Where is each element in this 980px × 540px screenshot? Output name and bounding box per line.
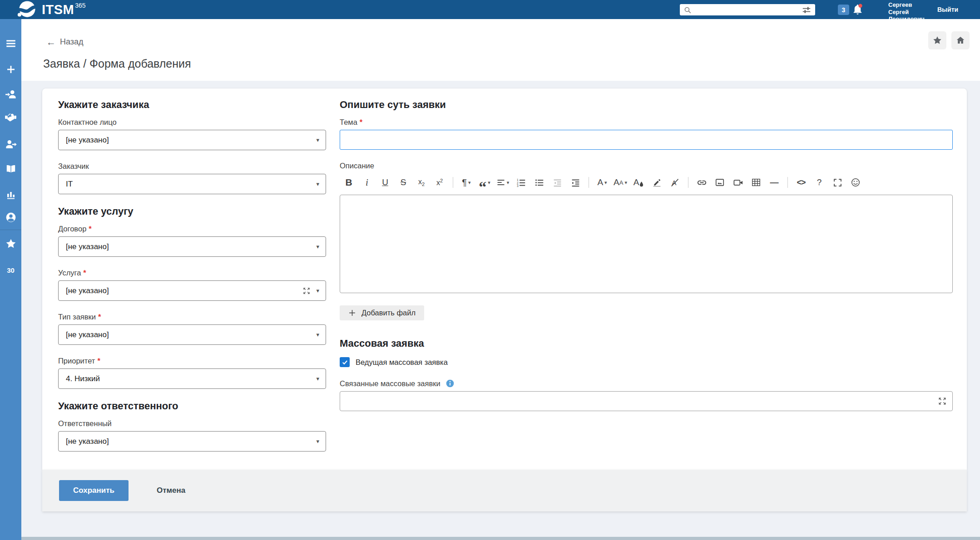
sidebar-item-incoming[interactable] [0, 88, 21, 101]
filter-sliders-icon[interactable] [802, 5, 812, 15]
contact-person-select[interactable]: [не указано]▾ [58, 130, 326, 150]
expand-icon[interactable] [938, 397, 947, 406]
toolbar-superscript-button[interactable]: x2 [431, 175, 449, 190]
toolbar-indent-button[interactable] [566, 175, 584, 190]
save-button[interactable]: Сохранить [59, 480, 129, 501]
required-asterisk: * [89, 225, 91, 233]
toolbar-outdent-button[interactable] [548, 175, 566, 190]
toolbar-bold-button[interactable]: B [340, 175, 358, 190]
sidebar-item-menu[interactable] [0, 37, 21, 50]
toolbar-insert-image-button[interactable] [711, 175, 729, 190]
required-asterisk: * [360, 118, 362, 127]
logout-button[interactable]: Выйти [937, 6, 958, 13]
mass-checkbox-row: Ведущая массовая заявка [340, 357, 953, 367]
toolbar-italic-button[interactable]: i [358, 175, 376, 190]
toolbar-underline-button[interactable]: U [376, 175, 394, 190]
toolbar-fullscreen-button[interactable] [828, 175, 846, 190]
toolbar-unordered-list-button[interactable] [530, 175, 548, 190]
priority-select[interactable]: 4. Низкий▾ [58, 368, 326, 389]
customer-label: Заказчик [58, 162, 326, 171]
section-title: Укажите заказчика [58, 99, 326, 111]
request-type-select[interactable]: [не указано]▾ [58, 324, 326, 345]
highlight-icon [652, 178, 662, 187]
toolbar-font-size-button[interactable]: AA▾ [611, 175, 629, 190]
service-select[interactable]: [не указано]▾ [58, 280, 326, 301]
section-title: Укажите услугу [58, 206, 326, 217]
toolbar-paragraph-format-button[interactable]: ¶▾ [457, 175, 475, 190]
app-logo[interactable]: ITSM 365 [15, 0, 86, 19]
text-drop-icon: A [634, 177, 644, 187]
toolbar-code-view-button[interactable]: <> [792, 175, 810, 190]
cancel-button[interactable]: Отмена [157, 486, 185, 495]
toolbar-font-color-button[interactable]: A▾ [593, 175, 611, 190]
logo-sup: 365 [75, 2, 85, 9]
italic-icon: i [366, 177, 368, 188]
subject-input[interactable] [340, 130, 953, 150]
service-label: Услуга* [58, 269, 326, 277]
search-icon [683, 6, 692, 14]
info-icon[interactable] [445, 379, 455, 388]
mass-request-checkbox[interactable] [340, 357, 350, 367]
toolbar-ordered-list-button[interactable]: 123 [512, 175, 530, 190]
sidebar-item-account[interactable] [0, 211, 21, 224]
toolbar-divider [453, 177, 453, 188]
editor-toolbar: BiUSx2x2¶▾“▾▾123A▾AA▾AA—<>? [340, 173, 953, 191]
required-asterisk: * [97, 357, 100, 365]
notification-bell-button[interactable] [852, 3, 863, 15]
horizontal-scrollbar[interactable] [21, 537, 980, 540]
account-circle-icon [5, 211, 17, 223]
handshake-icon [5, 111, 17, 123]
insert-video-icon [733, 177, 743, 188]
sidebar-item-knowledge-base[interactable] [0, 163, 21, 176]
strikethrough-icon: S [401, 177, 406, 187]
mass-checkbox-label: Ведущая массовая заявка [356, 358, 448, 367]
toolbar-strikethrough-button[interactable]: S [394, 175, 412, 190]
sidebar-item-add[interactable] [0, 63, 21, 76]
plus-icon [5, 64, 16, 75]
chevron-down-icon: ▾ [316, 375, 319, 382]
notification-count-badge: 3 [838, 5, 849, 15]
clear-format-icon: A [670, 178, 680, 187]
toolbar-subscript-button[interactable]: x2 [412, 175, 431, 190]
toolbar-highlight-button[interactable] [648, 175, 666, 190]
toolbar-help-button[interactable]: ? [810, 175, 828, 190]
sidebar-nav: 30 [0, 19, 21, 540]
toolbar-insert-table-button[interactable] [747, 175, 765, 190]
favorite-page-button[interactable] [928, 31, 946, 49]
toolbar-horizontal-rule-button[interactable]: — [765, 175, 783, 190]
subject-label: Тема* [340, 118, 953, 127]
blockquote-icon: “▾ [479, 180, 490, 186]
toolbar-insert-video-button[interactable] [729, 175, 747, 190]
toolbar-text-drop-button[interactable]: A [629, 175, 648, 190]
contract-select[interactable]: [не указано]▾ [58, 236, 326, 257]
description-textarea[interactable] [340, 195, 953, 293]
linked-requests-label: Связанные массовые заявки [340, 379, 953, 388]
sidebar-item-reports[interactable] [0, 188, 21, 201]
toolbar-blockquote-button[interactable]: “▾ [475, 175, 494, 190]
sidebar-item-agreements[interactable] [0, 111, 21, 123]
expand-icon[interactable] [302, 287, 311, 295]
toolbar-align-button[interactable]: ▾ [494, 175, 512, 190]
customer-select[interactable]: IT▾ [58, 174, 326, 194]
toolbar-emoticons-button[interactable] [846, 175, 865, 190]
svg-text:3: 3 [516, 184, 518, 187]
person-arrow-out-icon [5, 138, 17, 150]
page-title: Заявка / Форма добавления [43, 57, 191, 70]
search-input[interactable] [694, 6, 799, 14]
toolbar-divider [589, 177, 589, 188]
add-file-button[interactable]: Добавить файл [340, 305, 424, 320]
assignee-select[interactable]: [не указано]▾ [58, 431, 326, 452]
contact-person-label: Контактное лицо [58, 118, 326, 127]
sidebar-item-outgoing[interactable] [0, 138, 21, 151]
sidebar-item-favorites[interactable] [0, 237, 21, 250]
back-button[interactable]: ← Назад [46, 37, 84, 47]
horizontal-rule-icon: — [770, 177, 779, 187]
toolbar-clear-format-button[interactable]: A [666, 175, 684, 190]
home-button[interactable] [951, 31, 970, 49]
linked-requests-input[interactable] [346, 397, 938, 406]
align-icon: ▾ [496, 178, 510, 187]
request-form-card: Укажите заказчикаКонтактное лицо[не указ… [42, 88, 967, 470]
insert-table-icon [751, 177, 761, 187]
toolbar-link-button[interactable] [693, 175, 711, 190]
font-size-icon: AA▾ [614, 177, 627, 187]
